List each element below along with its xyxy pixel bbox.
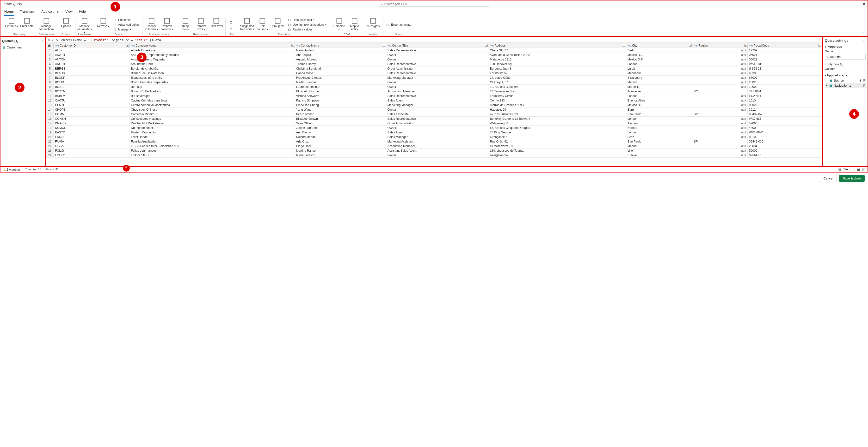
advanced-editor-button[interactable]: ▢Advanced editor [112,23,140,27]
cell-null[interactable]: null [692,144,747,148]
cell[interactable]: 3012 [747,107,822,112]
row-number[interactable]: 20 [46,135,54,139]
cell[interactable]: CHOPS [54,107,129,112]
cell[interactable]: Alfreds Futterkiste [129,48,294,53]
cell-null[interactable]: null [692,62,747,66]
table-row[interactable]: 4AROUTAround the HornThomas HardySales R… [46,62,822,66]
cell[interactable]: Luleå [626,66,692,71]
column-filter-icon[interactable]: ▾ [291,44,294,46]
collapse-ribbon-icon[interactable]: ⌃ [863,31,865,35]
formula-dropdown-icon[interactable]: ▾ [819,39,820,41]
cell[interactable]: Accounting Manager [386,144,488,148]
cell[interactable]: Familia Arquibaldo [129,139,294,144]
table-row[interactable]: 2ANATRAna Trujillo Emparedados y helados… [46,53,822,57]
row-number[interactable]: 24 [46,153,54,158]
cell[interactable]: Chop-suey Chinese [129,107,294,112]
cell[interactable]: Bräcke [626,153,692,158]
refresh-button[interactable]: Refresh ▾ [97,17,110,32]
cell[interactable]: Sales Representative [386,71,488,76]
table-row[interactable]: 16CONSHConsolidated HoldingsElizabeth Br… [46,116,822,121]
sort-asc-button[interactable]: ▢ [228,20,235,25]
table-row[interactable]: 14CHOPSChop-suey ChineseYang WangOwnerHa… [46,107,822,112]
gear-icon[interactable]: ⚙ [859,79,862,82]
cell-null[interactable]: null [692,103,747,107]
cell[interactable]: México D.F. [626,57,692,62]
applied-step[interactable]: ✕▦Navigation 1⎘ [825,83,866,88]
cell-null[interactable]: null [692,94,747,98]
table-row[interactable]: 9BONAPBon app'Laurence LebihanOwner12, r… [46,85,822,89]
cell[interactable]: 28023 [747,80,822,85]
cell[interactable]: WX3 6FW [747,130,822,135]
row-number[interactable]: 5 [46,66,54,71]
cell[interactable]: CENTC [54,103,129,107]
cell[interactable]: Sao Paulo [626,112,692,116]
sort-desc-button[interactable]: ▢ [228,25,235,29]
cell[interactable]: CACTU [54,98,129,103]
cell[interactable]: Du monde entier [129,126,294,130]
table-row[interactable]: 5BERGSBerglunds snabbköpChristina Berglu… [46,66,822,71]
cell[interactable]: 05023 [747,57,822,62]
table-row[interactable]: 21FAMIAFamilia ArquibaldoAria CruzMarket… [46,139,822,144]
cell[interactable]: 67, rue des Cinquante Otages [488,126,626,130]
properties-button[interactable]: ▢Properties [112,18,140,22]
cell[interactable]: 1010 [747,98,822,103]
column-filter-icon[interactable]: ▾ [485,44,488,46]
cell[interactable]: EASTC [54,130,129,135]
cell[interactable]: Maria Anders [294,48,386,53]
table-row[interactable]: 23FOLIGFolies gourmandesMartine RancéAss… [46,148,822,153]
cell[interactable]: Sven Ottlieb [294,121,386,126]
cell[interactable]: Bon app' [129,85,294,89]
cell[interactable]: 67000 [747,76,822,80]
row-number[interactable]: 7 [46,76,54,80]
cell[interactable]: Owner [386,85,488,89]
cell[interactable]: Thomas Hardy [294,62,386,66]
cell[interactable]: Ana Trujillo [294,53,386,57]
cell[interactable]: DRACD [54,121,129,126]
cell[interactable]: Fauntleroy Circus [488,94,626,98]
cell[interactable]: ANTON [54,57,129,62]
cell[interactable]: Folk och fä HB [129,153,294,158]
table-row[interactable]: 6BLAUSBlauer See DelikatessenHanna MoosS… [46,71,822,76]
cell[interactable]: 8010 [747,135,822,139]
cell[interactable]: Nantes [626,126,692,130]
cell[interactable]: Walserweg 21 [488,121,626,126]
cell[interactable]: Owner [386,57,488,62]
cell[interactable]: Berlin [626,48,692,53]
cell-null[interactable]: null [692,48,747,53]
cell[interactable]: Strasbourg [626,76,692,80]
cell[interactable]: Berguvsvägen 8 [488,66,626,71]
cell-null[interactable]: null [692,126,747,130]
replace-values-button[interactable]: ▢Replace values [286,27,327,32]
cell[interactable]: 184, chaussée de Tournai [488,148,626,153]
cell[interactable]: DUMON [54,126,129,130]
keep-rows-button[interactable]: Keep rows ▾ [179,17,192,32]
cell[interactable]: Sales Agent [386,98,488,103]
accept-formula-icon[interactable]: ✓ [52,38,54,42]
cell[interactable]: Comércio Mineiro [129,112,294,116]
cell[interactable]: Laurence Lebihan [294,85,386,89]
split-view-icon[interactable]: ◫ [862,168,865,171]
row-number[interactable]: 18 [46,126,54,130]
cell[interactable]: 05432-043 [747,112,822,116]
cell[interactable]: Roland Mendel [294,135,386,139]
options-button[interactable]: Options [59,17,73,32]
cell[interactable]: FOLKO [54,153,129,158]
cell[interactable]: WX1 6LT [747,116,822,121]
cell[interactable]: Sales Representative [386,48,488,53]
cell[interactable]: COMMI [54,112,129,116]
cell[interactable]: Consolidated Holdings [129,116,294,121]
cell[interactable]: Yang Wang [294,107,386,112]
cell[interactable]: FOLIG [54,148,129,153]
column-header-contactname[interactable]: ᴬᴮcContactName▾ [294,43,386,48]
cell[interactable]: CONSH [54,116,129,121]
row-number[interactable]: 19 [46,130,54,135]
cell[interactable]: Marketing Assistant [386,139,488,144]
cell[interactable]: London [626,130,692,135]
cell[interactable]: BLAUS [54,71,129,76]
cell[interactable]: Antonio Moreno Taquería [129,57,294,62]
table-row[interactable]: 3ANTONAntonio Moreno TaqueríaAntonio Mor… [46,57,822,62]
cell[interactable]: Owner [386,80,488,85]
query-name-input[interactable] [825,54,866,60]
cell[interactable]: Order Administrator [386,121,488,126]
cell-null[interactable]: null [692,85,747,89]
